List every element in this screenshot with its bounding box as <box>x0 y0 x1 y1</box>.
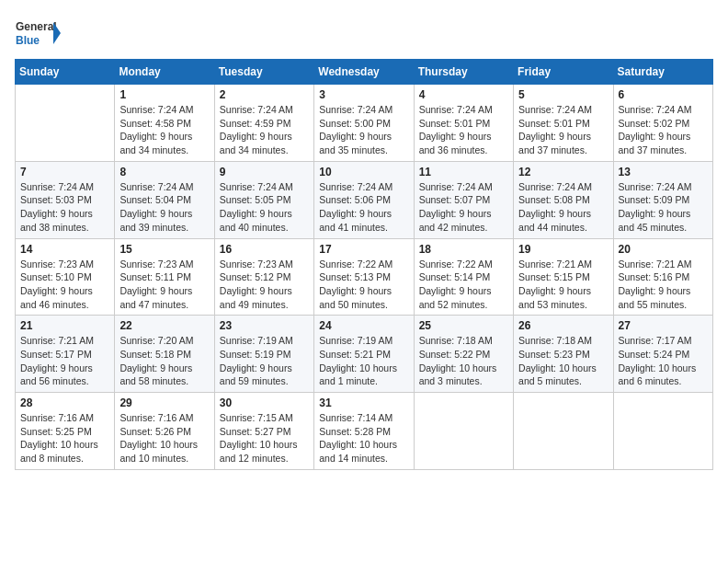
calendar-cell: 3Sunrise: 7:24 AM Sunset: 5:00 PM Daylig… <box>314 85 414 162</box>
calendar-cell: 29Sunrise: 7:16 AM Sunset: 5:26 PM Dayli… <box>115 393 214 470</box>
calendar-cell: 6Sunrise: 7:24 AM Sunset: 5:02 PM Daylig… <box>613 85 712 162</box>
day-detail: Sunrise: 7:19 AM Sunset: 5:21 PM Dayligh… <box>319 334 408 388</box>
day-detail: Sunrise: 7:19 AM Sunset: 5:19 PM Dayligh… <box>220 334 309 388</box>
calendar-cell <box>16 85 115 162</box>
calendar-cell: 22Sunrise: 7:20 AM Sunset: 5:18 PM Dayli… <box>115 316 214 393</box>
calendar-week-2: 7Sunrise: 7:24 AM Sunset: 5:03 PM Daylig… <box>16 161 713 238</box>
day-number: 16 <box>220 243 309 256</box>
day-number: 19 <box>518 243 608 256</box>
calendar-cell: 21Sunrise: 7:21 AM Sunset: 5:17 PM Dayli… <box>16 316 115 393</box>
day-number: 9 <box>220 166 309 178</box>
day-detail: Sunrise: 7:17 AM Sunset: 5:24 PM Dayligh… <box>619 334 708 388</box>
day-number: 20 <box>619 243 708 256</box>
calendar-cell <box>414 393 513 470</box>
day-number: 21 <box>20 319 109 332</box>
calendar-cell: 30Sunrise: 7:15 AM Sunset: 5:27 PM Dayli… <box>214 393 313 470</box>
day-detail: Sunrise: 7:24 AM Sunset: 5:02 PM Dayligh… <box>619 103 708 157</box>
day-number: 15 <box>119 243 209 256</box>
day-detail: Sunrise: 7:24 AM Sunset: 5:09 PM Dayligh… <box>619 180 708 235</box>
day-number: 7 <box>20 166 109 178</box>
day-number: 30 <box>220 396 309 409</box>
calendar-cell: 2Sunrise: 7:24 AM Sunset: 4:59 PM Daylig… <box>214 85 313 162</box>
weekday-header-row: SundayMondayTuesdayWednesdayThursdayFrid… <box>16 60 713 85</box>
weekday-header-wednesday: Wednesday <box>314 60 414 85</box>
day-number: 27 <box>619 319 708 332</box>
calendar-cell: 20Sunrise: 7:21 AM Sunset: 5:16 PM Dayli… <box>613 238 712 316</box>
calendar-cell: 14Sunrise: 7:23 AM Sunset: 5:10 PM Dayli… <box>16 238 115 316</box>
day-number: 8 <box>119 166 209 178</box>
day-detail: Sunrise: 7:18 AM Sunset: 5:22 PM Dayligh… <box>419 334 508 388</box>
calendar-cell <box>613 393 712 470</box>
weekday-header-friday: Friday <box>514 60 613 85</box>
calendar-cell: 23Sunrise: 7:19 AM Sunset: 5:19 PM Dayli… <box>214 316 313 393</box>
calendar-cell: 24Sunrise: 7:19 AM Sunset: 5:21 PM Dayli… <box>314 316 414 393</box>
day-detail: Sunrise: 7:24 AM Sunset: 5:03 PM Dayligh… <box>20 180 109 235</box>
day-detail: Sunrise: 7:24 AM Sunset: 5:00 PM Dayligh… <box>319 103 408 157</box>
calendar-cell: 16Sunrise: 7:23 AM Sunset: 5:12 PM Dayli… <box>214 238 313 316</box>
svg-text:General: General <box>16 20 57 33</box>
calendar-cell: 4Sunrise: 7:24 AM Sunset: 5:01 PM Daylig… <box>414 85 513 162</box>
day-detail: Sunrise: 7:24 AM Sunset: 5:04 PM Dayligh… <box>119 180 209 235</box>
day-detail: Sunrise: 7:15 AM Sunset: 5:27 PM Dayligh… <box>220 411 309 465</box>
svg-text:Blue: Blue <box>16 34 40 47</box>
day-detail: Sunrise: 7:23 AM Sunset: 5:11 PM Dayligh… <box>119 258 209 312</box>
calendar-week-1: 1Sunrise: 7:24 AM Sunset: 4:58 PM Daylig… <box>16 85 713 162</box>
day-number: 18 <box>419 243 508 256</box>
day-number: 26 <box>518 319 608 332</box>
day-detail: Sunrise: 7:21 AM Sunset: 5:16 PM Dayligh… <box>619 258 708 312</box>
calendar-cell: 10Sunrise: 7:24 AM Sunset: 5:06 PM Dayli… <box>314 161 414 238</box>
calendar-cell: 31Sunrise: 7:14 AM Sunset: 5:28 PM Dayli… <box>314 393 414 470</box>
day-number: 3 <box>319 88 408 101</box>
day-number: 5 <box>518 88 608 101</box>
calendar-cell: 12Sunrise: 7:24 AM Sunset: 5:08 PM Dayli… <box>514 161 613 238</box>
calendar-cell: 26Sunrise: 7:18 AM Sunset: 5:23 PM Dayli… <box>514 316 613 393</box>
day-detail: Sunrise: 7:24 AM Sunset: 5:06 PM Dayligh… <box>319 180 408 235</box>
svg-marker-2 <box>53 22 61 44</box>
day-number: 31 <box>319 396 408 409</box>
day-detail: Sunrise: 7:22 AM Sunset: 5:13 PM Dayligh… <box>319 258 408 312</box>
calendar-cell: 5Sunrise: 7:24 AM Sunset: 5:01 PM Daylig… <box>514 85 613 162</box>
day-number: 29 <box>119 396 209 409</box>
day-detail: Sunrise: 7:18 AM Sunset: 5:23 PM Dayligh… <box>518 334 608 388</box>
calendar-week-3: 14Sunrise: 7:23 AM Sunset: 5:10 PM Dayli… <box>16 238 713 316</box>
day-number: 23 <box>220 319 309 332</box>
calendar-cell: 18Sunrise: 7:22 AM Sunset: 5:14 PM Dayli… <box>414 238 513 316</box>
logo-icon: General Blue <box>15 15 61 52</box>
day-number: 24 <box>319 319 408 332</box>
day-detail: Sunrise: 7:23 AM Sunset: 5:10 PM Dayligh… <box>20 258 109 312</box>
day-detail: Sunrise: 7:24 AM Sunset: 5:01 PM Dayligh… <box>419 103 508 157</box>
day-detail: Sunrise: 7:23 AM Sunset: 5:12 PM Dayligh… <box>220 258 309 312</box>
calendar-week-5: 28Sunrise: 7:16 AM Sunset: 5:25 PM Dayli… <box>16 393 713 470</box>
weekday-header-tuesday: Tuesday <box>214 60 313 85</box>
day-detail: Sunrise: 7:16 AM Sunset: 5:25 PM Dayligh… <box>20 411 109 465</box>
calendar-cell: 25Sunrise: 7:18 AM Sunset: 5:22 PM Dayli… <box>414 316 513 393</box>
calendar-cell: 8Sunrise: 7:24 AM Sunset: 5:04 PM Daylig… <box>115 161 214 238</box>
day-detail: Sunrise: 7:21 AM Sunset: 5:15 PM Dayligh… <box>518 258 608 312</box>
calendar-week-4: 21Sunrise: 7:21 AM Sunset: 5:17 PM Dayli… <box>16 316 713 393</box>
day-detail: Sunrise: 7:20 AM Sunset: 5:18 PM Dayligh… <box>119 334 209 388</box>
calendar-cell: 17Sunrise: 7:22 AM Sunset: 5:13 PM Dayli… <box>314 238 414 316</box>
day-number: 28 <box>20 396 109 409</box>
day-number: 2 <box>220 88 309 101</box>
calendar-cell: 11Sunrise: 7:24 AM Sunset: 5:07 PM Dayli… <box>414 161 513 238</box>
day-number: 13 <box>619 166 708 178</box>
day-detail: Sunrise: 7:24 AM Sunset: 4:58 PM Dayligh… <box>119 103 209 157</box>
day-detail: Sunrise: 7:24 AM Sunset: 4:59 PM Dayligh… <box>220 103 309 157</box>
weekday-header-thursday: Thursday <box>414 60 513 85</box>
weekday-header-monday: Monday <box>115 60 214 85</box>
calendar-cell <box>514 393 613 470</box>
day-number: 1 <box>119 88 209 101</box>
day-number: 17 <box>319 243 408 256</box>
day-detail: Sunrise: 7:24 AM Sunset: 5:08 PM Dayligh… <box>518 180 608 235</box>
calendar-cell: 19Sunrise: 7:21 AM Sunset: 5:15 PM Dayli… <box>514 238 613 316</box>
calendar-cell: 7Sunrise: 7:24 AM Sunset: 5:03 PM Daylig… <box>16 161 115 238</box>
day-detail: Sunrise: 7:24 AM Sunset: 5:07 PM Dayligh… <box>419 180 508 235</box>
calendar-table: SundayMondayTuesdayWednesdayThursdayFrid… <box>15 59 713 470</box>
day-number: 11 <box>419 166 508 178</box>
day-number: 12 <box>518 166 608 178</box>
day-number: 22 <box>119 319 209 332</box>
calendar-cell: 27Sunrise: 7:17 AM Sunset: 5:24 PM Dayli… <box>613 316 712 393</box>
day-detail: Sunrise: 7:21 AM Sunset: 5:17 PM Dayligh… <box>20 334 109 388</box>
day-detail: Sunrise: 7:14 AM Sunset: 5:28 PM Dayligh… <box>319 411 408 465</box>
day-detail: Sunrise: 7:16 AM Sunset: 5:26 PM Dayligh… <box>119 411 209 465</box>
